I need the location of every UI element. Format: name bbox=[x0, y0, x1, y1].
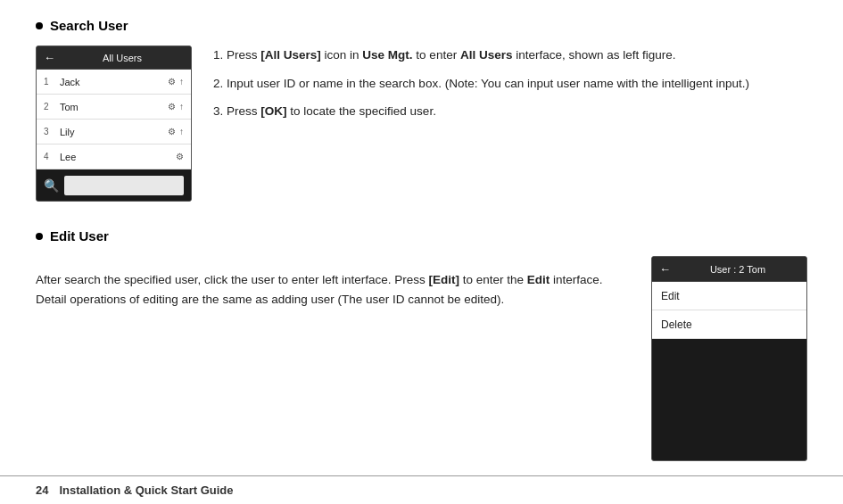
edit-label: [Edit] bbox=[428, 273, 459, 286]
footer: 24 Installation & Quick Start Guide bbox=[0, 475, 843, 504]
settings-icon: ⚙ bbox=[168, 102, 176, 112]
edit-menu-delete: Delete bbox=[652, 310, 806, 339]
device-header: ← All Users bbox=[37, 46, 191, 70]
search-icon: 🔍 bbox=[44, 178, 59, 193]
settings-icon: ⚙ bbox=[168, 127, 176, 136]
row-number: 1 bbox=[44, 77, 60, 87]
search-user-section: ← All Users 1 Jack ⚙ ↑ 2 Tom ⚙ bbox=[36, 45, 807, 202]
table-row: 4 Lee ⚙ bbox=[37, 145, 191, 169]
bullet-icon bbox=[36, 22, 43, 29]
row-icons: ⚙ bbox=[176, 152, 184, 161]
device-header-title: All Users bbox=[61, 53, 184, 63]
all-users-interface-label: All Users bbox=[460, 48, 513, 62]
search-instructions: 1. Press [All Users] icon in Use Mgt. to… bbox=[213, 45, 807, 202]
edit-interface-label: Edit bbox=[527, 273, 550, 286]
table-row: 3 Lily ⚙ ↑ bbox=[37, 120, 191, 145]
edit-device-header-title: User : 2 Tom bbox=[676, 264, 799, 275]
all-users-label: [All Users] bbox=[260, 48, 321, 62]
row-number: 4 bbox=[44, 152, 60, 161]
ok-label: [OK] bbox=[260, 104, 286, 118]
edit-device-header: ← User : 2 Tom bbox=[652, 257, 806, 282]
bullet-icon bbox=[36, 233, 43, 240]
search-input-mock bbox=[64, 176, 184, 195]
row-name: Lily bbox=[60, 127, 168, 137]
edit-user-section: After search the specified user, click t… bbox=[36, 256, 807, 461]
use-mgt-label: Use Mgt. bbox=[362, 48, 412, 62]
device-table: 1 Jack ⚙ ↑ 2 Tom ⚙ ↑ 3 bbox=[37, 70, 191, 169]
edit-description: After search the specified user, click t… bbox=[36, 270, 630, 309]
edit-instructions: After search the specified user, click t… bbox=[36, 256, 630, 461]
search-user-title: Search User bbox=[50, 18, 128, 33]
edit-device-mockup: ← User : 2 Tom Edit Delete bbox=[651, 256, 807, 461]
row-icons: ⚙ ↑ bbox=[168, 77, 184, 87]
device-search-bar: 🔍 bbox=[37, 169, 191, 201]
row-name: Jack bbox=[60, 77, 168, 87]
edit-menu-edit: Edit bbox=[652, 282, 806, 310]
settings-icon: ⚙ bbox=[176, 152, 184, 161]
row-icons: ⚙ ↑ bbox=[168, 127, 184, 136]
search-device-mockup: ← All Users 1 Jack ⚙ ↑ 2 Tom ⚙ bbox=[36, 45, 192, 202]
footer-guide-text: Installation & Quick Start Guide bbox=[59, 483, 233, 497]
settings-icon: ⚙ bbox=[168, 77, 176, 87]
row-number: 2 bbox=[44, 102, 60, 112]
table-row: 2 Tom ⚙ ↑ bbox=[37, 95, 191, 120]
row-number: 3 bbox=[44, 127, 60, 136]
back-arrow-icon: ← bbox=[659, 262, 671, 276]
instruction-step-1: 1. Press [All Users] icon in Use Mgt. to… bbox=[213, 45, 807, 65]
instruction-step-2: 2. Input user ID or name in the search b… bbox=[213, 74, 807, 94]
search-user-header: Search User bbox=[36, 18, 807, 33]
row-name: Lee bbox=[60, 152, 176, 162]
row-name: Tom bbox=[60, 102, 168, 112]
footer-page-number: 24 bbox=[36, 483, 48, 497]
back-arrow-icon: ← bbox=[44, 51, 55, 64]
row-icons: ⚙ ↑ bbox=[168, 102, 184, 112]
edit-user-header: Edit User bbox=[36, 228, 807, 244]
table-row: 1 Jack ⚙ ↑ bbox=[37, 70, 191, 95]
instruction-step-3: 3. Press [OK] to locate the specified us… bbox=[213, 102, 807, 121]
up-arrow-icon: ↑ bbox=[179, 127, 184, 136]
edit-dark-area bbox=[652, 339, 806, 455]
edit-user-title: Edit User bbox=[50, 228, 109, 244]
up-arrow-icon: ↑ bbox=[179, 102, 184, 112]
up-arrow-icon: ↑ bbox=[179, 77, 184, 87]
